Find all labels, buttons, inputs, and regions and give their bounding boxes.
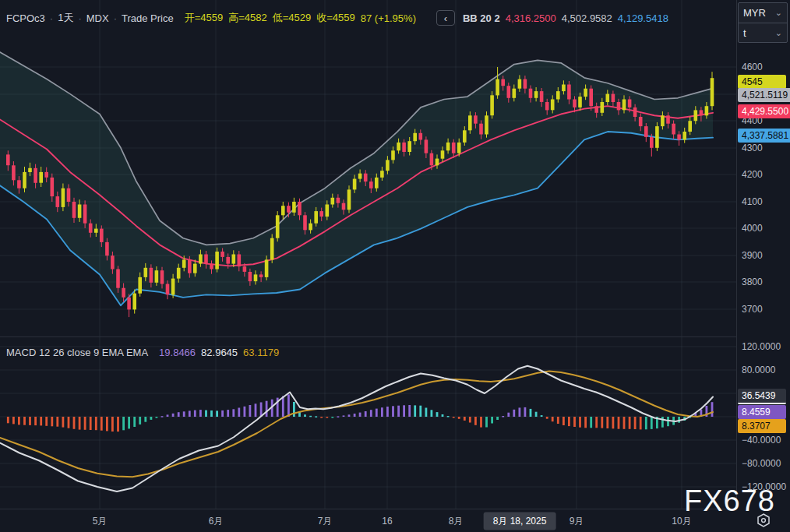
unit-dropdown[interactable]: t ⌄ <box>739 23 787 42</box>
gear-icon[interactable] <box>754 512 773 529</box>
legend-separator: · <box>50 12 53 24</box>
axis-tick-label: 3900 <box>742 250 763 261</box>
bb-lower-value: 4,129.5418 <box>618 12 668 24</box>
price-type-label: Trade Price <box>122 12 174 24</box>
ohlc-close: 收=4559 <box>316 11 355 25</box>
chart-window: FCPOc3 · 1天 · MDX · Trade Price 开=4559 高… <box>0 0 790 532</box>
axis-tick-label: 80.0000 <box>742 365 775 375</box>
ohlc-high: 高=4582 <box>228 11 267 25</box>
axis-price-badge: 8.4559 <box>738 405 786 419</box>
symbol-name[interactable]: FCPOc3 <box>6 12 45 24</box>
axis-tick-label: −40.0000 <box>742 435 781 446</box>
axis-tick-label: 4300 <box>742 143 763 153</box>
axis-tick-label: 4000 <box>742 223 763 234</box>
bb-indicator-title[interactable]: BB 20 2 <box>463 12 500 24</box>
axis-price-badge: 8.3707 <box>738 419 786 433</box>
axis-tick-label: 4600 <box>742 62 763 72</box>
time-axis-label[interactable]: 16 <box>382 516 392 527</box>
axis-tick-label: −80.0000 <box>742 458 781 469</box>
axis-price-badge: 4,337.5881 <box>738 129 790 143</box>
axis-price-badge: 4545 <box>738 75 786 89</box>
macd-line-value: 82.9645 <box>201 347 238 358</box>
bb-middle-value: 4,316.2500 <box>506 12 556 24</box>
main-chart-canvas[interactable] <box>0 0 736 337</box>
axis-unit-box: MYR ⌄ t ⌄ <box>738 2 788 43</box>
axis-tick-label: 120.0000 <box>742 341 781 352</box>
axis-tick-label: 3800 <box>742 277 763 287</box>
pane-separator[interactable] <box>0 336 790 337</box>
axis-price-badge: 4,429.5500 <box>738 104 790 118</box>
chevron-down-icon: ⌄ <box>775 28 782 38</box>
macd-indicator-title[interactable]: MACD 12 26 close 9 EMA EMA <box>6 347 148 358</box>
macd-legend-row: MACD 12 26 close 9 EMA EMA 19.8466 82.96… <box>6 347 279 358</box>
macd-hist-value: 19.8466 <box>159 347 196 358</box>
symbol-legend-row: FCPOc3 · 1天 · MDX · Trade Price 开=4559 高… <box>6 10 668 26</box>
exchange-label[interactable]: MDX <box>86 12 109 24</box>
ohlc-low: 低=4529 <box>273 11 312 25</box>
ohlc-change: 87 (+1.95%) <box>361 12 416 24</box>
time-axis[interactable]: 5月6月7月168月9月10月8月 18, 2025 <box>0 509 790 532</box>
selected-date-badge: 8月 18, 2025 <box>484 512 556 530</box>
interval-label[interactable]: 1天 <box>58 11 73 25</box>
time-axis-label[interactable]: 8月 <box>449 514 464 527</box>
unit-value: t <box>743 27 746 39</box>
time-axis-label[interactable]: 6月 <box>209 514 224 527</box>
axis-price-badge: 4,521.5119 <box>738 88 790 102</box>
axis-tick-label: 3700 <box>742 304 763 315</box>
chevron-down-icon: ⌄ <box>775 8 782 18</box>
legend-collapse-button[interactable]: ‹ <box>436 10 455 26</box>
bb-upper-value: 4,502.9582 <box>562 12 612 24</box>
macd-pane-canvas[interactable] <box>0 337 736 509</box>
time-axis-label[interactable]: 5月 <box>93 514 108 527</box>
legend-separator: · <box>78 12 81 24</box>
currency-value: MYR <box>743 7 766 19</box>
ohlc-open: 开=4559 <box>185 11 224 25</box>
axis-price-badge: 36.5439 <box>738 389 786 404</box>
legend-separator: · <box>114 12 117 24</box>
macd-signal-value: 63.1179 <box>243 347 279 358</box>
time-axis-label[interactable]: 9月 <box>570 514 584 527</box>
axis-tick-label: 4200 <box>742 169 763 180</box>
axis-tick-label: 4100 <box>742 196 763 207</box>
time-axis-label[interactable]: 7月 <box>318 514 333 527</box>
price-axis[interactable]: 4600450044004300420041004000390038003700… <box>737 0 790 509</box>
currency-dropdown[interactable]: MYR ⌄ <box>739 3 787 23</box>
